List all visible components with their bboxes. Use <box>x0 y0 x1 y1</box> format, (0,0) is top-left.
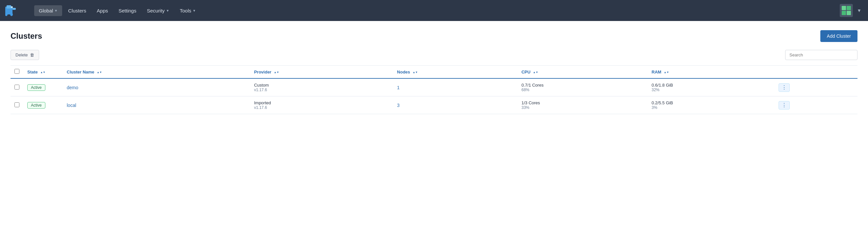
svg-rect-1 <box>7 5 11 8</box>
table-row: Active demo Custom v1.17.6 1 0.7/1 Cores… <box>10 78 858 97</box>
row-checkbox[interactable] <box>14 85 20 89</box>
navbar: Global ▼ Clusters Apps Settings Security… <box>0 0 868 21</box>
sort-icon: ▲▼ <box>533 71 538 74</box>
select-all-header <box>10 66 23 79</box>
trash-icon: 🗑 <box>30 52 34 58</box>
th-cluster-name[interactable]: Cluster Name ▲▼ <box>63 66 250 79</box>
page-header: Clusters Add Cluster <box>10 30 858 42</box>
th-ram[interactable]: RAM ▲▼ <box>648 66 775 79</box>
sort-icon: ▲▼ <box>664 71 669 74</box>
nav-item-apps[interactable]: Apps <box>92 5 113 16</box>
navbar-right: ▼ <box>840 4 863 17</box>
row-actions-cell: ⋮ <box>775 78 858 97</box>
table-header-row: State ▲▼ Cluster Name ▲▼ Provider ▲▼ Nod… <box>10 66 858 79</box>
th-cpu[interactable]: CPU ▲▼ <box>518 66 648 79</box>
row-state: Active <box>23 97 63 114</box>
row-ram: 0.2/5.5 GiB 3% <box>648 97 775 114</box>
row-cluster-name: demo <box>63 78 250 97</box>
search-input[interactable] <box>785 50 858 60</box>
th-nodes[interactable]: Nodes ▲▼ <box>393 66 518 79</box>
th-actions <box>775 66 858 79</box>
svg-rect-8 <box>842 11 846 15</box>
svg-point-4 <box>11 6 13 8</box>
app-logo[interactable] <box>5 3 32 18</box>
chevron-down-icon: ▼ <box>166 9 169 12</box>
toolbar: Delete 🗑 <box>10 50 858 60</box>
row-nodes: 3 <box>393 97 518 114</box>
nodes-link[interactable]: 3 <box>397 103 400 108</box>
clusters-table: State ▲▼ Cluster Name ▲▼ Provider ▲▼ Nod… <box>10 65 858 114</box>
nav-item-tools[interactable]: Tools ▼ <box>175 5 200 16</box>
cluster-name-link[interactable]: local <box>67 103 76 108</box>
sort-icon: ▲▼ <box>40 71 45 74</box>
svg-rect-6 <box>842 6 846 10</box>
nav-item-clusters[interactable]: Clusters <box>63 5 91 16</box>
row-checkbox[interactable] <box>14 102 20 107</box>
nodes-link[interactable]: 1 <box>397 85 400 90</box>
select-all-checkbox[interactable] <box>14 69 20 74</box>
nav-item-settings[interactable]: Settings <box>114 5 141 16</box>
sort-icon: ▲▼ <box>274 71 279 74</box>
svg-rect-7 <box>847 6 851 10</box>
row-actions-cell: ⋮ <box>775 97 858 114</box>
main-content: Clusters Add Cluster Delete 🗑 State ▲▼ <box>0 21 868 225</box>
row-cpu: 0.7/1 Cores 68% <box>518 78 648 97</box>
row-nodes: 1 <box>393 78 518 97</box>
row-cluster-name: local <box>63 97 250 114</box>
row-provider: Custom v1.17.6 <box>250 78 393 97</box>
cluster-name-link[interactable]: demo <box>67 85 78 90</box>
row-actions-button[interactable]: ⋮ <box>779 83 790 92</box>
sort-icon: ▲▼ <box>97 71 102 74</box>
row-checkbox-cell <box>10 97 23 114</box>
nav-item-security[interactable]: Security ▼ <box>143 5 174 16</box>
delete-button[interactable]: Delete 🗑 <box>10 50 39 60</box>
chevron-down-icon: ▼ <box>193 9 196 12</box>
row-ram: 0.6/1.8 GiB 32% <box>648 78 775 97</box>
user-dropdown-button[interactable]: ▼ <box>856 7 863 14</box>
th-provider[interactable]: Provider ▲▼ <box>250 66 393 79</box>
row-state: Active <box>23 78 63 97</box>
svg-rect-9 <box>847 11 851 15</box>
sort-icon: ▲▼ <box>413 71 418 74</box>
table-row: Active local Imported v1.17.6 3 1/3 Core… <box>10 97 858 114</box>
row-cpu: 1/3 Cores 33% <box>518 97 648 114</box>
row-checkbox-cell <box>10 78 23 97</box>
user-avatar[interactable] <box>840 4 853 17</box>
row-provider: Imported v1.17.6 <box>250 97 393 114</box>
svg-rect-5 <box>12 8 16 10</box>
th-state[interactable]: State ▲▼ <box>23 66 63 79</box>
nav-item-global[interactable]: Global ▼ <box>34 5 62 16</box>
add-cluster-button[interactable]: Add Cluster <box>820 30 858 42</box>
svg-point-3 <box>10 13 13 16</box>
nav-items: Global ▼ Clusters Apps Settings Security… <box>34 5 840 16</box>
row-actions-button[interactable]: ⋮ <box>779 101 790 110</box>
page-title: Clusters <box>10 32 42 41</box>
chevron-down-icon: ▼ <box>54 9 58 12</box>
